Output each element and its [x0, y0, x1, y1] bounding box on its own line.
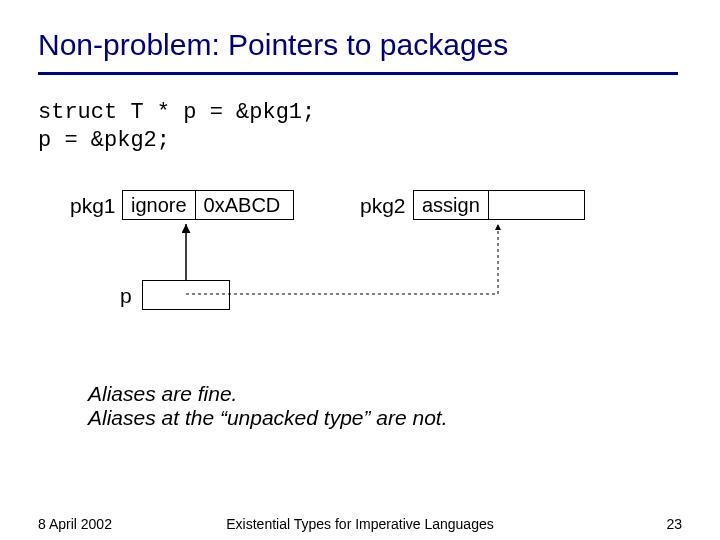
pkg1-cell-1: ignore [123, 191, 195, 219]
note-line-1: Aliases are fine. [88, 382, 237, 406]
pkg2-label: pkg2 [360, 194, 406, 218]
pkg2-cell-1: assign [414, 191, 488, 219]
p-label: p [120, 284, 132, 308]
p-box [142, 280, 230, 310]
footer-title: Existential Types for Imperative Languag… [0, 516, 720, 532]
pointer-diagram: pkg1 ignore0xABCD pkg2 assign p [0, 190, 720, 350]
slide-title: Non-problem: Pointers to packages [38, 28, 508, 62]
pkg1-box: ignore0xABCD [122, 190, 294, 220]
footer-page-number: 23 [666, 516, 682, 532]
note-line-2: Aliases at the “unpacked type” are not. [88, 406, 448, 430]
code-line-2: p = &pkg2; [38, 128, 170, 153]
pkg2-box: assign [413, 190, 585, 220]
code-line-1: struct T * p = &pkg1; [38, 100, 315, 125]
pkg1-cell-2: 0xABCD [196, 191, 289, 219]
pkg1-label: pkg1 [70, 194, 116, 218]
title-underline [38, 72, 678, 75]
